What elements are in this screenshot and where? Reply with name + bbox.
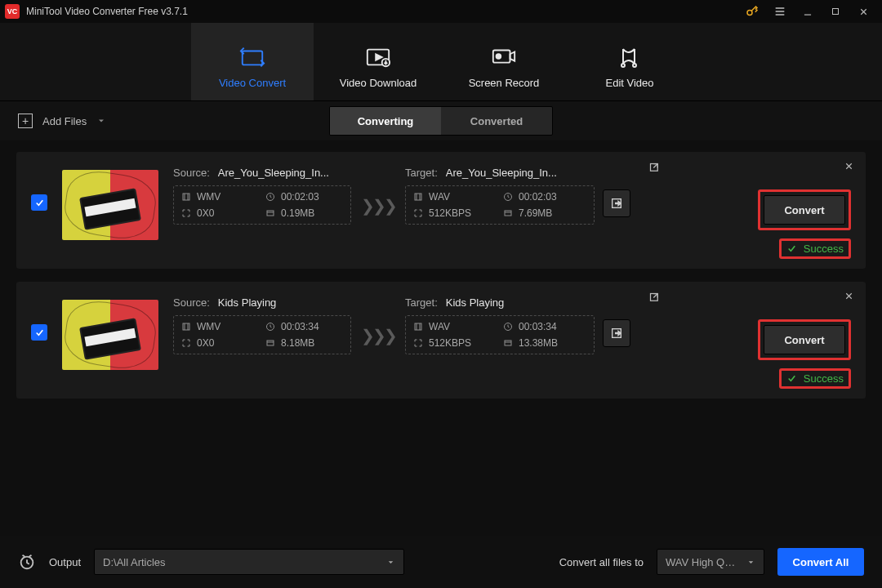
target-info: Target: Are_You_Sleeping_In... WAV 00:02… bbox=[405, 167, 595, 225]
svg-point-8 bbox=[633, 64, 636, 67]
status-badge: Success bbox=[786, 243, 844, 255]
scheduler-icon[interactable] bbox=[18, 553, 36, 571]
target-duration: 00:02:03 bbox=[519, 191, 557, 203]
plus-icon: + bbox=[18, 114, 33, 128]
menu-icon[interactable] bbox=[766, 0, 794, 23]
add-files-label: Add Files bbox=[42, 115, 87, 127]
source-resolution: 0X0 bbox=[197, 337, 214, 349]
svg-point-7 bbox=[621, 64, 625, 67]
source-info: Source: Kids Playing WMV 00:03:34 0X0 8.… bbox=[173, 296, 351, 354]
clock-icon bbox=[265, 192, 275, 203]
add-files-button[interactable]: + Add Files bbox=[18, 114, 106, 128]
bitrate-icon bbox=[412, 338, 423, 349]
target-info: Target: Kids Playing WAV 00:03:34 512KBP… bbox=[405, 296, 595, 354]
arrow-icon: ❯❯❯ bbox=[358, 176, 399, 216]
size-icon bbox=[265, 338, 275, 349]
maximize-icon[interactable] bbox=[822, 0, 849, 23]
status-badge: Success bbox=[786, 372, 844, 385]
convert-all-button[interactable]: Convert All bbox=[777, 548, 864, 576]
video-thumbnail bbox=[62, 170, 158, 240]
target-settings-button[interactable] bbox=[603, 189, 630, 217]
convert-label: Convert bbox=[784, 334, 824, 346]
output-label: Output bbox=[49, 556, 81, 568]
target-bitrate: 512KBPS bbox=[429, 207, 471, 219]
nav-label: Screen Record bbox=[469, 77, 540, 89]
source-info: Source: Are_You_Sleeping_In... WMV 00:02… bbox=[173, 167, 351, 225]
output-path-value: D:\All Articles bbox=[103, 556, 166, 568]
target-bitrate: 512KBPS bbox=[429, 337, 471, 349]
screen-record-icon bbox=[491, 46, 517, 69]
target-size: 13.38MB bbox=[519, 337, 558, 349]
format-icon bbox=[180, 322, 191, 332]
nav-screen-record[interactable]: Screen Record bbox=[443, 23, 565, 100]
conversion-list: Source: Are_You_Sleeping_In... WMV 00:02… bbox=[0, 140, 882, 536]
highlight-box: Success bbox=[779, 368, 851, 389]
nav-edit-video[interactable]: Edit Video bbox=[568, 23, 691, 100]
tab-converted[interactable]: Converted bbox=[441, 107, 552, 135]
preset-select[interactable]: WAV High Qualit... bbox=[657, 549, 764, 575]
clock-icon bbox=[502, 192, 513, 203]
target-format: WAV bbox=[429, 321, 450, 332]
footer: Output D:\All Articles Convert all files… bbox=[0, 536, 882, 588]
source-resolution: 0X0 bbox=[197, 207, 214, 219]
upgrade-key-icon[interactable] bbox=[738, 0, 766, 23]
svg-rect-13 bbox=[415, 194, 421, 200]
tab-label: Converting bbox=[358, 115, 414, 127]
video-thumbnail bbox=[62, 300, 158, 370]
checkbox-checked-icon bbox=[31, 324, 47, 341]
target-size: 7.69MB bbox=[519, 207, 552, 219]
open-folder-icon[interactable] bbox=[645, 158, 663, 176]
status-text: Success bbox=[804, 243, 844, 255]
convert-label: Convert bbox=[784, 204, 824, 216]
video-download-icon bbox=[365, 46, 391, 69]
target-format: WAV bbox=[429, 191, 450, 203]
size-icon bbox=[502, 338, 513, 349]
nav-label: Video Download bbox=[340, 77, 416, 89]
open-folder-icon[interactable] bbox=[645, 288, 663, 306]
convert-button[interactable]: Convert bbox=[764, 195, 845, 225]
tab-converting[interactable]: Converting bbox=[330, 107, 441, 135]
source-format: WMV bbox=[197, 321, 220, 332]
clock-icon bbox=[265, 322, 275, 332]
conversion-item: Source: Kids Playing WMV 00:03:34 0X0 8.… bbox=[16, 282, 866, 399]
resolution-icon bbox=[180, 338, 191, 349]
conversion-item: Source: Are_You_Sleeping_In... WMV 00:02… bbox=[16, 152, 866, 269]
video-convert-icon bbox=[239, 46, 265, 69]
target-label: Target: bbox=[405, 167, 438, 179]
format-icon bbox=[412, 322, 423, 332]
checkbox-checked-icon bbox=[31, 194, 47, 211]
size-icon bbox=[265, 208, 275, 219]
bitrate-icon bbox=[412, 208, 423, 219]
target-filename: Kids Playing bbox=[446, 296, 505, 309]
item-checkbox[interactable] bbox=[31, 324, 47, 341]
size-icon bbox=[502, 208, 513, 219]
target-filename: Are_You_Sleeping_In... bbox=[446, 167, 557, 179]
chevron-down-icon bbox=[96, 116, 106, 126]
remove-item-icon[interactable] bbox=[840, 287, 858, 305]
nav-label: Edit Video bbox=[605, 77, 653, 89]
target-settings-button[interactable] bbox=[603, 319, 630, 347]
check-icon bbox=[786, 243, 797, 254]
convert-all-label: Convert All bbox=[793, 556, 849, 568]
titlebar: VC MiniTool Video Converter Free v3.7.1 bbox=[0, 0, 882, 23]
output-path-select[interactable]: D:\All Articles bbox=[94, 549, 404, 575]
chevron-down-icon bbox=[746, 558, 755, 567]
source-duration: 00:03:34 bbox=[281, 321, 319, 332]
convert-button[interactable]: Convert bbox=[764, 325, 845, 354]
svg-point-6 bbox=[497, 54, 501, 59]
nav-video-convert[interactable]: Video Convert bbox=[191, 23, 314, 100]
preset-value: WAV High Qualit... bbox=[666, 556, 740, 568]
minimize-icon[interactable] bbox=[794, 0, 822, 23]
close-icon[interactable] bbox=[849, 0, 877, 23]
svg-rect-15 bbox=[505, 211, 511, 216]
remove-item-icon[interactable] bbox=[840, 157, 858, 175]
highlight-box: Convert bbox=[758, 319, 851, 360]
item-checkbox[interactable] bbox=[31, 194, 47, 211]
format-icon bbox=[412, 192, 423, 203]
svg-rect-18 bbox=[183, 323, 189, 330]
svg-point-0 bbox=[747, 11, 752, 16]
nav-video-download[interactable]: Video Download bbox=[317, 23, 439, 100]
toolbar: + Add Files Converting Converted bbox=[0, 101, 882, 140]
source-label: Source: bbox=[173, 296, 210, 309]
svg-rect-21 bbox=[415, 323, 421, 330]
